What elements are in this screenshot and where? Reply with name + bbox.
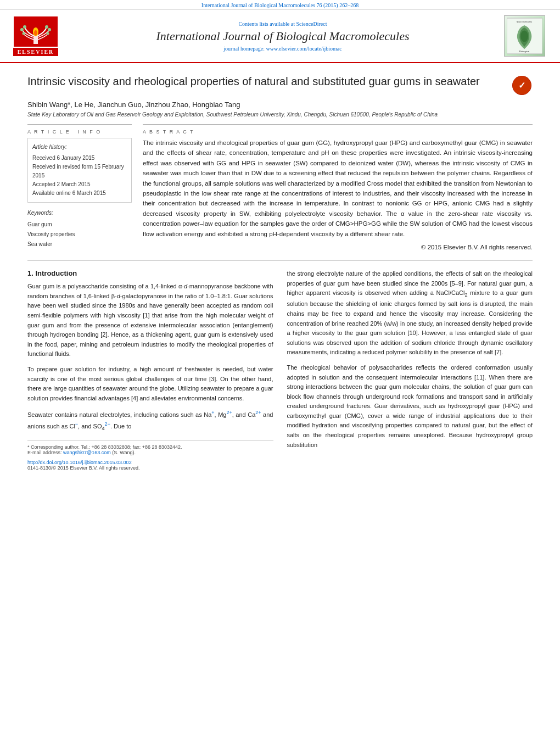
journal-volume-info: International Journal of Biological Macr…	[201, 2, 359, 8]
article-info-abstract-section: A R T I C L E I N F O Article history: R…	[27, 124, 533, 252]
body-left-column: 1. Introduction Guar gum is a polysaccha…	[27, 269, 273, 471]
introduction-heading: 1. Introduction	[27, 269, 273, 277]
keyword-2: Viscosity properties	[27, 230, 132, 239]
article-history-title: Article history:	[32, 143, 127, 152]
journal-header: ELSEVIER Contents lists available at Sci…	[0, 10, 560, 63]
journal-logo-svg: Biological Macromolecules	[507, 15, 542, 57]
corresponding-author-note: * Corresponding author. Tel.: +86 28 830…	[27, 444, 273, 450]
journal-homepage: journal homepage: www.elsevier.com/locat…	[66, 46, 500, 52]
svg-point-6	[23, 32, 25, 35]
contents-available-text: Contents lists available at	[238, 21, 294, 27]
authors: Shibin Wang*, Le He, Jianchun Guo, Jinzh…	[27, 101, 533, 109]
science-direct-link: Contents lists available at ScienceDirec…	[66, 21, 500, 27]
right-paragraph-2: The rheological behavior of polysacchari…	[287, 363, 533, 450]
intro-paragraph-1: Guar gum is a polysaccharide consisting …	[27, 282, 273, 359]
email-line: E-mail address: wangshi07@163.com (S. Wa…	[27, 450, 273, 455]
keyword-1: Guar gum	[27, 220, 132, 230]
article-info-label: A R T I C L E I N F O	[27, 129, 132, 135]
keywords-title: Keywords:	[27, 208, 132, 218]
svg-text:Macromolecules: Macromolecules	[516, 20, 531, 23]
svg-text:✓: ✓	[518, 81, 525, 90]
body-right-column: the strong electrolyte nature of the app…	[287, 269, 533, 471]
received-date: Received 6 January 2015	[32, 154, 127, 163]
abstract-text: The intrinsic viscosity and rheological …	[143, 138, 533, 252]
revised-date: Received in revised form 15 February 201…	[32, 163, 127, 180]
elsevier-logo: ELSEVIER	[11, 16, 60, 56]
abstract-copyright: © 2015 Elsevier B.V. All rights reserved…	[143, 242, 533, 252]
abstract-label: A B S T R A C T	[143, 129, 533, 135]
article-title-section: Intrinsic viscosity and rheological prop…	[27, 74, 533, 96]
keywords-section: Keywords: Guar gum Viscosity properties …	[27, 208, 132, 249]
svg-text:Biological: Biological	[519, 50, 529, 53]
email-label: E-mail address:	[27, 450, 62, 455]
body-content: 1. Introduction Guar gum is a polysaccha…	[27, 269, 533, 471]
email-address[interactable]: wangshi07@163.com	[63, 450, 111, 455]
homepage-label: journal homepage:	[223, 46, 265, 52]
svg-point-9	[47, 32, 49, 35]
elsevier-tree-image	[14, 16, 58, 47]
svg-point-11	[520, 31, 528, 42]
email-suffix: (S. Wang).	[112, 450, 136, 455]
biological-macromolecules-logo: Biological Macromolecules	[504, 15, 545, 57]
journal-name: International Journal of Biological Macr…	[66, 29, 500, 43]
available-date: Available online 6 March 2015	[32, 189, 127, 198]
right-column: A B S T R A C T The intrinsic viscosity …	[143, 124, 533, 252]
svg-point-8	[48, 28, 51, 31]
crossmark-svg: ✓	[512, 76, 531, 95]
journal-title-area: Contents lists available at ScienceDirec…	[66, 21, 500, 52]
doi-section: http://dx.doi.org/10.1016/j.ijbiomac.201…	[27, 460, 273, 471]
svg-point-4	[23, 25, 26, 29]
homepage-url[interactable]: www.elsevier.com/locate/ijbiomac	[266, 46, 342, 52]
section-divider	[27, 260, 533, 261]
elsevier-label: ELSEVIER	[13, 48, 59, 56]
svg-point-3	[34, 30, 37, 36]
left-column: A R T I C L E I N F O Article history: R…	[27, 124, 132, 252]
top-bar: International Journal of Biological Macr…	[0, 0, 560, 10]
svg-point-5	[20, 28, 24, 31]
keyword-3: Sea water	[27, 239, 132, 249]
article-info-box: Article history: Received 6 January 2015…	[27, 138, 132, 203]
intro-paragraph-2: To prepare guar solution for industry, a…	[27, 365, 273, 403]
abstract-body: The intrinsic viscosity and rheological …	[143, 140, 533, 237]
elsevier-tree-svg	[14, 16, 58, 47]
crossmark-container[interactable]: ✓	[511, 74, 533, 96]
doi-link[interactable]: http://dx.doi.org/10.1016/j.ijbiomac.201…	[27, 460, 273, 465]
footnote-section: * Corresponding author. Tel.: +86 28 830…	[27, 440, 273, 455]
science-direct-brand[interactable]: ScienceDirect	[296, 21, 327, 27]
svg-point-7	[45, 25, 48, 29]
article-title: Intrinsic viscosity and rheological prop…	[27, 74, 502, 88]
copyright-notice: 0141-8130/© 2015 Elsevier B.V. All right…	[27, 465, 273, 471]
journal-logo-right: Biological Macromolecules	[500, 15, 549, 57]
right-paragraph-1: the strong electrolyte nature of the app…	[287, 269, 533, 358]
intro-paragraph-3: Seawater contains natural electrolytes, …	[27, 409, 273, 432]
article-container: Intrinsic viscosity and rheological prop…	[0, 63, 560, 482]
affiliation: State Key Laboratory of Oil and Gas Rese…	[27, 111, 533, 118]
accepted-date: Accepted 2 March 2015	[32, 180, 127, 189]
crossmark-icon[interactable]: ✓	[512, 76, 531, 95]
authors-text: Shibin Wang*, Le He, Jianchun Guo, Jinzh…	[27, 101, 240, 109]
